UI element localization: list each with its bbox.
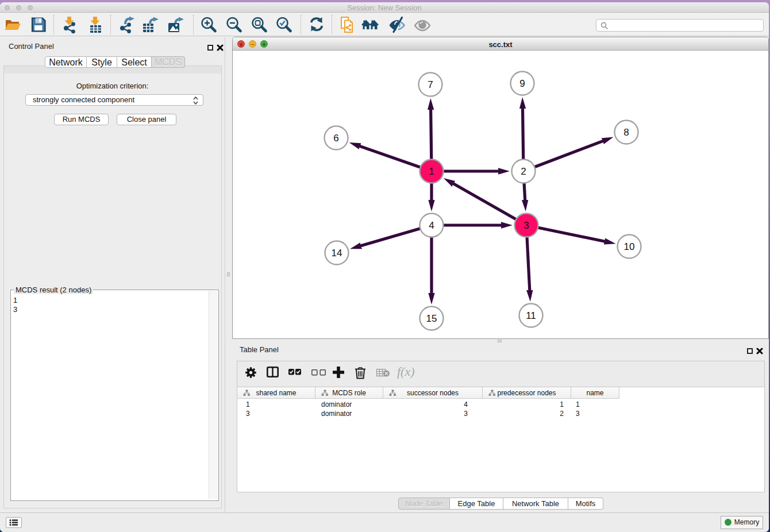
svg-text:10: 10 — [624, 241, 635, 252]
svg-text:11: 11 — [526, 310, 536, 321]
svg-text:15: 15 — [426, 313, 437, 324]
svg-text:8: 8 — [623, 127, 629, 138]
svg-text:2: 2 — [521, 166, 526, 177]
svg-text:4: 4 — [429, 220, 434, 231]
svg-text:9: 9 — [519, 78, 525, 89]
svg-text:14: 14 — [332, 248, 342, 259]
svg-text:7: 7 — [428, 79, 433, 90]
svg-text:3: 3 — [523, 220, 529, 231]
svg-text:1: 1 — [429, 166, 434, 177]
svg-text:6: 6 — [333, 133, 338, 144]
